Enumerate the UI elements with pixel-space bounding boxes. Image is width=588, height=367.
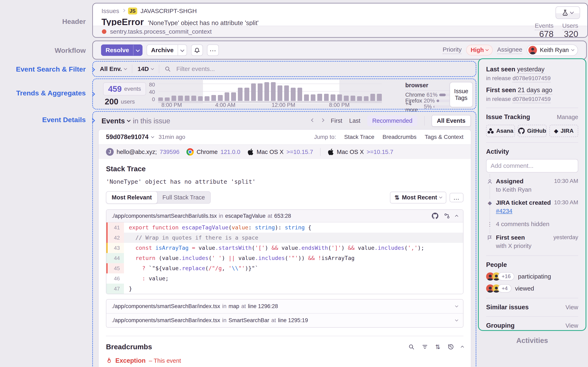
tag-facets-panel: browser Chrome61% Firefox20% +4 more5%	[405, 82, 450, 110]
chevron-down-icon	[151, 135, 154, 138]
frame-line: 653:28	[274, 213, 291, 219]
collapse-frame-icon[interactable]	[455, 215, 458, 218]
more-actions-button[interactable]: …	[207, 44, 219, 56]
next-event-button[interactable]	[320, 118, 324, 122]
priority-label: Priority	[443, 46, 462, 54]
chart-bar	[258, 83, 262, 101]
facet-bar	[439, 94, 450, 96]
comment-input[interactable]	[486, 159, 578, 173]
culprit-bar: sentry.tasks.process_commit_context	[93, 26, 587, 37]
chart-bar	[191, 96, 196, 101]
people-row[interactable]: +16 participating	[486, 272, 578, 281]
event-tag[interactable]: Chrome 121.0.0	[186, 148, 240, 156]
jump-link[interactable]: Tags & Context	[425, 134, 463, 140]
prev-event-button[interactable]	[311, 118, 315, 122]
x-tick-label: 8:00 PM	[329, 102, 350, 108]
chevron-down-icon	[124, 67, 127, 70]
events-dropdown[interactable]: Events	[102, 117, 130, 125]
ticket-link[interactable]: #4234	[496, 208, 554, 215]
people-row[interactable]: +4 viewed	[486, 284, 578, 292]
all-events-button[interactable]: All Events	[432, 115, 471, 127]
jump-link[interactable]: Stack Trace	[344, 134, 374, 140]
last-seen-value[interactable]: yesterday	[517, 66, 545, 74]
github-icon[interactable]	[432, 213, 438, 219]
stack-frame-expanded: ./app/components/smartSearchBar/utils.ts…	[106, 209, 463, 294]
annotation-event-search: Event Search & Filter	[16, 65, 86, 73]
first-seen-value[interactable]: 21 days ago	[518, 86, 552, 95]
recommended-toggle[interactable]: Recommended	[367, 115, 417, 126]
tab-most-relevant[interactable]: Most Relevant	[106, 191, 158, 204]
tag-facet-row[interactable]: Chrome61%	[405, 92, 450, 98]
activity-item: ⋮ 4 comments hidden	[486, 221, 578, 228]
replay-history-icon[interactable]	[448, 344, 454, 350]
chart-bar	[231, 92, 236, 101]
chevron-down-icon	[570, 10, 574, 14]
stack-frame-collapsed[interactable]: ./app/components/smartSearchBar/index.ts…	[106, 313, 463, 327]
suspect-commit-icon[interactable]	[444, 213, 450, 219]
collapse-section-icon[interactable]	[461, 346, 464, 349]
github-icon	[518, 128, 525, 134]
stack-more-button[interactable]: …	[450, 193, 463, 202]
chevron-down-icon	[127, 118, 130, 122]
chevron-down-icon	[180, 48, 184, 52]
breadcrumb-exception-row: Exception – This event	[106, 357, 463, 364]
priority-select[interactable]: High	[466, 45, 493, 55]
resolve-button[interactable]: Resolve	[101, 44, 143, 56]
manage-link[interactable]: Manage	[557, 114, 578, 120]
chart-y-axis: 80 40 0	[145, 79, 155, 101]
integration-github-button[interactable]: GitHub	[518, 125, 546, 137]
breadcrumb-issues-link[interactable]: Issues	[102, 8, 119, 15]
date-range-select[interactable]: 14D	[138, 66, 154, 72]
ellipsis-icon: …	[209, 45, 217, 53]
sort-arrows-icon[interactable]: ⇅	[435, 343, 440, 350]
sort-order-select[interactable]: ⇅ Most Recent	[390, 192, 446, 203]
search-icon[interactable]	[408, 344, 415, 350]
trend-events-count: 459	[108, 84, 122, 94]
assignee-label: Assignee	[497, 46, 522, 54]
last-event-button[interactable]: Last	[349, 117, 360, 124]
integration-jira-button[interactable]: ◆JIRA	[549, 125, 578, 137]
archive-button[interactable]: Archive	[147, 44, 187, 56]
integration-asana-button[interactable]: Asana	[486, 125, 515, 137]
frame-path: ./app/components/smartSearchBar/utils.ts…	[112, 213, 217, 219]
jump-link[interactable]: Breadcrumbs	[383, 134, 417, 140]
first-seen-line: First seen 21 days ago	[486, 86, 578, 94]
event-details-panel: Events in this issue First Last Recommen…	[92, 111, 476, 367]
subscribe-button[interactable]	[191, 44, 203, 56]
similar-issues-title: Similar issues	[486, 304, 529, 311]
activity-timeline: Assigned to Keith Ryan 10:30 AM ◆ JIRA t…	[486, 178, 578, 249]
chart-bar	[271, 82, 276, 101]
line-number: 46	[106, 273, 124, 284]
expand-frame-icon[interactable]	[455, 304, 458, 308]
stack-frame-header[interactable]: ./app/components/smartSearchBar/utils.ts…	[106, 210, 463, 222]
code-line: 46 : value;	[106, 273, 463, 284]
event-tag[interactable]: Mac OS X >=10.15.7	[328, 148, 393, 156]
code-line: 43 const isArrayTag = value.startsWith('…	[106, 243, 463, 253]
collapsed-frames: ./app/components/smartSearchBar/index.ts…	[106, 299, 463, 328]
issue-tags-button[interactable]: Issue Tags	[450, 82, 473, 107]
tab-full-stack-trace[interactable]: Full Stack Trace	[157, 192, 210, 203]
expand-frame-icon[interactable]	[455, 318, 458, 322]
release-link[interactable]: d078e9107459	[512, 75, 551, 82]
release-link[interactable]: d078e9107459	[512, 96, 551, 103]
grouping-view-link[interactable]: View	[566, 322, 578, 329]
environment-select[interactable]: All Env.	[100, 66, 127, 72]
event-tag[interactable]: J hello@abc.xyz; 739596	[106, 148, 180, 156]
chart-bar	[344, 96, 348, 101]
search-input[interactable]	[176, 65, 299, 73]
line-number: 45	[106, 263, 124, 273]
similar-issues-view-link[interactable]: View	[566, 304, 578, 311]
event-tag[interactable]: Mac OS X >=10.15.7	[247, 148, 313, 156]
assignee-select[interactable]: Keith Ryan	[527, 44, 578, 56]
events-bar-chart[interactable]	[158, 81, 382, 101]
apple-icon	[247, 148, 254, 156]
chart-bar	[205, 96, 209, 101]
stack-frame-collapsed[interactable]: ./app/components/smartSearchBar/index.ts…	[106, 300, 463, 313]
event-id-dropdown[interactable]: 59d078e91074	[106, 133, 154, 141]
code-line: 42 // Wrap in quotes if there is a space	[106, 233, 463, 243]
filter-icon[interactable]	[422, 344, 428, 350]
tag-facet-row[interactable]: +4 more5%	[405, 104, 450, 110]
first-event-button[interactable]: First	[331, 117, 342, 124]
experiment-button[interactable]	[555, 6, 580, 19]
breadcrumb-project[interactable]: JAVASCRIPT-SHGH	[140, 8, 197, 15]
